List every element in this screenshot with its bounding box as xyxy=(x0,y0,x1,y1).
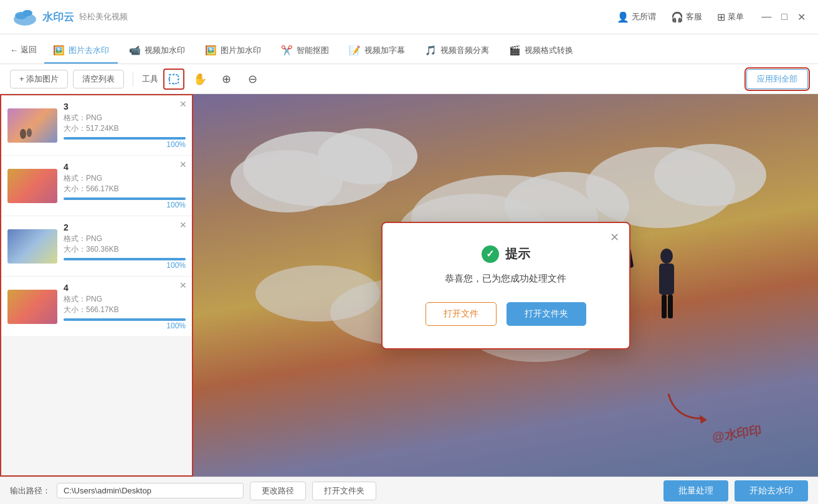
item-3-progress-wrap xyxy=(64,258,186,260)
item-3-format: 格式：PNG xyxy=(64,234,186,244)
zoom-in-button[interactable]: ⊕ xyxy=(216,69,237,90)
subtitle-icon: 📝 xyxy=(349,45,361,56)
output-path-input[interactable] xyxy=(57,483,244,498)
item-3-progress-label: 100% xyxy=(64,261,186,270)
open-folder-footer-button[interactable]: 打开文件夹 xyxy=(312,482,376,500)
main-content: 3 格式：PNG 大小：517.24KB 100% ✕ 4 格式：PNG 大小：… xyxy=(0,94,818,477)
toolbar-sep xyxy=(133,72,133,87)
audio-split-icon: 🎵 xyxy=(425,45,437,56)
output-label: 输出路径： xyxy=(10,485,50,497)
selection-tool-button[interactable] xyxy=(163,69,184,90)
item-3-progress-bar xyxy=(64,258,186,260)
dialog: ✕ ✓ 提示 恭喜您，已为您成功处理文件 打开文件 打开文件夹 xyxy=(381,222,630,349)
menu-action[interactable]: ⊞ 菜单 xyxy=(717,11,744,23)
svg-point-2 xyxy=(22,10,32,16)
dialog-title: ✓ 提示 xyxy=(412,245,599,263)
thumb-3 xyxy=(7,229,57,264)
item-4-progress-bar xyxy=(64,318,186,321)
toolbar: + 添加图片 清空列表 工具 ✋ ⊕ ⊖ 应用到全部 xyxy=(0,64,818,94)
clear-list-button[interactable]: 清空列表 xyxy=(73,70,124,88)
footer: 输出路径： 更改路径 打开文件夹 批量处理 开始去水印 xyxy=(0,477,818,504)
maximize-button[interactable]: □ xyxy=(781,11,787,23)
zoom-in-icon: ⊕ xyxy=(222,72,231,86)
start-button[interactable]: 开始去水印 xyxy=(735,480,808,502)
logo-slogan: 轻松美化视频 xyxy=(79,11,128,22)
close-button[interactable]: ✕ xyxy=(797,11,806,23)
add-image-button[interactable]: + 添加图片 xyxy=(10,70,68,88)
logo: 水印云 轻松美化视频 xyxy=(12,6,128,28)
dialog-actions: 打开文件 打开文件夹 xyxy=(412,302,599,326)
tab-video-subtitle[interactable]: 📝 视频加字幕 xyxy=(340,39,414,64)
customer-service-action[interactable]: 🎧 客服 xyxy=(671,11,702,23)
item-2-name: 4 xyxy=(64,162,186,172)
back-arrow-icon: ← xyxy=(10,45,18,55)
zoom-out-button[interactable]: ⊖ xyxy=(242,69,263,90)
cutout-icon: ✂️ xyxy=(281,45,293,56)
tab-video-audio-split[interactable]: 🎵 视频音频分离 xyxy=(416,39,498,64)
image-add-icon: 🖼️ xyxy=(205,45,217,56)
item-1-progress-label: 100% xyxy=(64,140,186,149)
header: 水印云 轻松美化视频 👤 无所谓 🎧 客服 ⊞ 菜单 — □ ✕ xyxy=(0,0,818,34)
check-icon: ✓ xyxy=(482,245,499,263)
tab-video-watermark[interactable]: 📹 视频加水印 xyxy=(120,39,194,64)
item-4-close[interactable]: ✕ xyxy=(179,280,187,290)
nav-tabs: ← 返回 🖼️ 图片去水印 📹 视频加水印 🖼️ 图片加水印 ✂️ 智能抠图 📝… xyxy=(0,34,818,64)
list-item[interactable]: 2 格式：PNG 大小：360.36KB 100% ✕ xyxy=(1,216,192,277)
format-icon: 🎬 xyxy=(509,45,521,56)
list-item[interactable]: 4 格式：PNG 大小：566.17KB 100% ✕ xyxy=(1,156,192,216)
item-2-progress-bar xyxy=(64,197,186,200)
video-add-icon: 📹 xyxy=(129,45,141,56)
dialog-message: 恭喜您，已为您成功处理文件 xyxy=(412,273,599,285)
logo-main-text: 水印云 xyxy=(42,10,74,24)
no-trace-icon: 👤 xyxy=(617,11,629,23)
item-1-size: 大小：517.24KB xyxy=(64,123,186,134)
zoom-out-icon: ⊖ xyxy=(248,72,257,86)
item-2-size: 大小：566.17KB xyxy=(64,184,186,194)
no-trace-action[interactable]: 👤 无所谓 xyxy=(617,11,656,23)
item-2-progress-label: 100% xyxy=(64,201,186,209)
tab-image-watermark[interactable]: 🖼️ 图片加水印 xyxy=(196,39,270,64)
change-path-button[interactable]: 更改路径 xyxy=(250,482,306,500)
item-1-info: 3 格式：PNG 大小：517.24KB 100% xyxy=(64,102,186,149)
item-3-close[interactable]: ✕ xyxy=(179,220,187,230)
dialog-overlay: ✕ ✓ 提示 恭喜您，已为您成功处理文件 打开文件 打开文件夹 xyxy=(193,94,818,477)
open-file-button[interactable]: 打开文件 xyxy=(426,302,497,326)
item-3-name: 2 xyxy=(64,222,186,232)
dialog-close-button[interactable]: ✕ xyxy=(610,231,619,244)
hand-icon: ✋ xyxy=(193,72,207,86)
batch-process-button[interactable]: 批量处理 xyxy=(663,480,728,502)
apply-all-button[interactable]: 应用到全部 xyxy=(746,69,808,89)
headset-icon: 🎧 xyxy=(671,11,683,23)
item-1-close[interactable]: ✕ xyxy=(179,99,187,109)
item-4-progress-label: 100% xyxy=(64,321,186,330)
item-2-progress-wrap xyxy=(64,197,186,200)
pan-tool-button[interactable]: ✋ xyxy=(189,69,211,90)
tab-remove-watermark[interactable]: 🖼️ 图片去水印 xyxy=(44,39,118,64)
tab-smart-cutout[interactable]: ✂️ 智能抠图 xyxy=(272,39,338,64)
item-1-progress-bar xyxy=(64,137,186,140)
item-4-progress-wrap xyxy=(64,318,186,321)
nav-back[interactable]: ← 返回 xyxy=(10,44,37,64)
thumb-2 xyxy=(7,169,57,203)
tab-video-format[interactable]: 🎬 视频格式转换 xyxy=(500,39,582,64)
thumb-4 xyxy=(7,290,57,324)
item-4-size: 大小：566.17KB xyxy=(64,305,186,315)
item-1-format: 格式：PNG xyxy=(64,113,186,123)
item-1-progress-wrap xyxy=(64,137,186,140)
svg-point-9 xyxy=(27,128,32,137)
item-4-info: 4 格式：PNG 大小：566.17KB 100% xyxy=(64,283,186,330)
item-4-name: 4 xyxy=(64,283,186,293)
preview-area: @水印印 ✕ ✓ 提示 恭喜您，已为您成功处理文件 打开文件 xyxy=(193,94,818,477)
open-folder-button[interactable]: 打开文件夹 xyxy=(506,302,586,326)
list-item[interactable]: 3 格式：PNG 大小：517.24KB 100% ✕ xyxy=(1,95,192,156)
list-item[interactable]: 4 格式：PNG 大小：566.17KB 100% ✕ xyxy=(1,277,192,337)
logo-icon xyxy=(12,6,37,28)
item-3-size: 大小：360.36KB xyxy=(64,244,186,255)
minimize-button[interactable]: — xyxy=(761,11,771,23)
thumb-1 xyxy=(7,108,57,143)
item-2-close[interactable]: ✕ xyxy=(179,159,187,169)
win-controls: — □ ✕ xyxy=(761,11,806,23)
item-4-format: 格式：PNG xyxy=(64,294,186,305)
svg-point-8 xyxy=(20,129,26,139)
selection-icon xyxy=(168,73,180,85)
